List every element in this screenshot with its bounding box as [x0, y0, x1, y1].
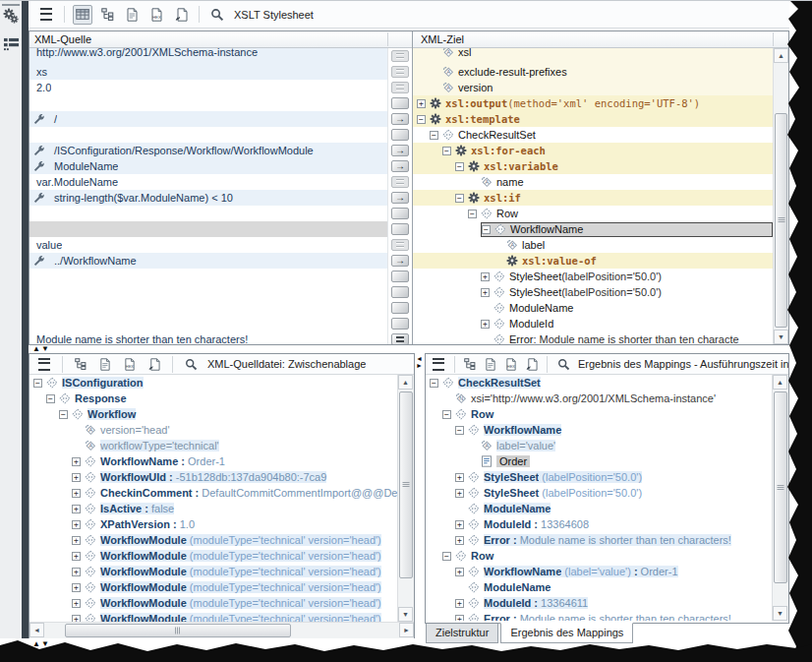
source-row[interactable]: http://www.w3.org/2001/XMLSchema-instanc…	[29, 48, 412, 64]
tree-row[interactable]: workflowType='technical'	[29, 438, 398, 453]
tree-row[interactable]: −Row	[426, 406, 772, 422]
tree-row[interactable]: ModuleName	[426, 579, 772, 595]
expand-icon[interactable]: +	[72, 520, 81, 529]
expand-icon[interactable]: +	[72, 536, 81, 545]
xslt-node-row[interactable]: +StyleSheet (labelPosition='50.0')	[413, 284, 774, 300]
collapse-icon[interactable]: −	[455, 162, 464, 171]
tree-row[interactable]: +XPathVersion : 1.0	[29, 516, 398, 532]
scroll-up-button[interactable]: ▲	[774, 48, 788, 63]
tree-row[interactable]: −ISConfiguration	[29, 375, 398, 391]
source-row[interactable]: xs	[29, 64, 412, 80]
expand-icon[interactable]: +	[455, 615, 464, 622]
tree-row[interactable]: +WorkflowModule (moduleType='technical' …	[29, 595, 398, 611]
tree-row[interactable]: −Row	[426, 548, 772, 564]
xslt-node-row[interactable]: −Row	[413, 206, 774, 221]
mapping-equals-button[interactable]	[391, 50, 409, 62]
source-row[interactable]: ModuleName→	[29, 158, 412, 174]
source-row[interactable]: var.ModuleName	[29, 174, 412, 190]
source-row[interactable]	[29, 316, 412, 331]
mapping-equals-button[interactable]	[391, 66, 409, 78]
collapse-icon[interactable]: −	[33, 379, 42, 388]
settings-gears-icon[interactable]	[3, 8, 20, 25]
hex-view-button[interactable]	[146, 5, 166, 25]
search-button[interactable]	[181, 354, 201, 374]
tree-row[interactable]: +ModuleId : 13364611	[426, 595, 772, 611]
collapse-icon[interactable]: −	[442, 552, 451, 561]
source-row[interactable]: /→	[29, 111, 412, 127]
tree-row[interactable]: label='value'	[426, 438, 772, 453]
mapping-empty-button[interactable]	[391, 286, 409, 298]
collapse-icon[interactable]: −	[59, 410, 68, 419]
search-button[interactable]	[207, 5, 227, 25]
xslt-node-row[interactable]: −xsl:for-each	[413, 143, 774, 158]
collapse-icon[interactable]: −	[442, 410, 451, 419]
expand-icon[interactable]: +	[455, 536, 464, 545]
tree-row[interactable]: −CheckResultSet	[426, 375, 772, 391]
tree-row[interactable]: +WorkflowName : Order-1	[29, 453, 398, 469]
scrollbar-thumb[interactable]	[774, 391, 787, 583]
result-vertical-scrollbar[interactable]: ▲ ▼	[772, 375, 788, 621]
mapping-arrow-button[interactable]: →	[391, 160, 409, 172]
source-row[interactable]: 2.0	[29, 80, 412, 95]
tree-row[interactable]: +WorkflowModule (moduleType='technical' …	[29, 579, 398, 595]
expand-icon[interactable]: +	[72, 568, 81, 576]
tree-row[interactable]: +Error : Module name is shorter than ten…	[426, 532, 772, 548]
mapping-empty-button[interactable]	[391, 302, 409, 314]
text-view-button[interactable]	[95, 354, 115, 374]
horizontal-splitter-toggle-bottom[interactable]: ▲▼	[32, 640, 50, 648]
tab-ergebnis-des-mappings[interactable]: Ergebnis des Mappings	[500, 623, 633, 643]
text-view-button[interactable]	[122, 5, 142, 25]
collapse-icon[interactable]: −	[417, 115, 426, 124]
expand-icon[interactable]: +	[72, 505, 81, 513]
tree-view-button[interactable]	[97, 5, 117, 25]
xslt-node-row[interactable]: xsl:value-of	[413, 253, 774, 269]
scroll-down-button[interactable]: ▼	[773, 606, 787, 621]
mapping-equals-button[interactable]	[391, 239, 409, 251]
tree-row[interactable]: +WorkflowModule (moduleType='technical' …	[29, 564, 398, 579]
expand-icon[interactable]: +	[455, 473, 464, 482]
tree-row[interactable]: +WorkflowUId : -51b128db:137da904b80:-7c…	[29, 469, 398, 485]
source-row[interactable]	[29, 221, 412, 237]
mapping-empty-button[interactable]	[391, 129, 409, 141]
expand-icon[interactable]: +	[72, 473, 81, 482]
target-vertical-scrollbar[interactable]: ▲ ▼	[773, 48, 788, 344]
source-row[interactable]: value	[29, 237, 412, 253]
mapping-equals-button[interactable]	[391, 176, 409, 188]
tree-row[interactable]: −WorkflowName	[426, 422, 772, 438]
xml-source-header[interactable]: XML-Quelle	[29, 31, 412, 48]
collapse-icon[interactable]: −	[455, 194, 464, 203]
export-button[interactable]	[145, 354, 164, 374]
source-row[interactable]	[29, 300, 412, 316]
menu-icon[interactable]	[34, 354, 54, 374]
collapse-icon[interactable]: −	[482, 225, 491, 234]
xslt-node-row[interactable]: −WorkflowName	[413, 221, 774, 237]
expand-icon[interactable]: +	[455, 599, 464, 608]
scroll-left-button[interactable]: ◄	[29, 623, 44, 637]
collapse-icon[interactable]: −	[430, 379, 438, 388]
expand-icon[interactable]: +	[455, 568, 464, 576]
tree-row[interactable]: xsi='http://www.w3.org/2001/XMLSchema-in…	[426, 391, 772, 406]
tree-view-button[interactable]	[463, 354, 479, 374]
tree-row[interactable]: +StyleSheet (labelPosition='50.0')	[426, 469, 772, 485]
expand-icon[interactable]: +	[455, 520, 464, 529]
mapping-empty-button[interactable]	[391, 318, 409, 330]
text-view-button[interactable]	[483, 354, 498, 374]
scroll-right-button[interactable]: ►	[399, 623, 414, 637]
tree-row[interactable]: ModuleName	[426, 501, 772, 516]
source-row[interactable]	[29, 206, 412, 221]
export-button[interactable]	[171, 5, 191, 25]
xslt-node-row[interactable]: exclude-result-prefixes	[413, 64, 774, 80]
export-button[interactable]	[524, 354, 540, 374]
expand-icon[interactable]: +	[72, 583, 81, 592]
tree-row[interactable]: +WorkflowModule (moduleType='technical' …	[29, 532, 398, 548]
mapping-empty-button[interactable]	[391, 223, 409, 235]
tree-row[interactable]: +WorkflowModule (moduleType='technical' …	[29, 548, 398, 564]
tree-row[interactable]: +CheckinComment : DefaultCommitCommentIm…	[29, 485, 398, 501]
source-row[interactable]: string-length($var.ModuleName) < 10→	[29, 190, 412, 206]
source-row[interactable]	[29, 127, 412, 143]
mapping-equals-button[interactable]	[391, 82, 409, 93]
xslt-node-row[interactable]: +StyleSheet (labelPosition='50.0')	[413, 269, 774, 284]
collapse-icon[interactable]: −	[442, 147, 451, 155]
scrollbar-thumb[interactable]	[399, 391, 413, 578]
expand-icon[interactable]: +	[481, 320, 490, 329]
